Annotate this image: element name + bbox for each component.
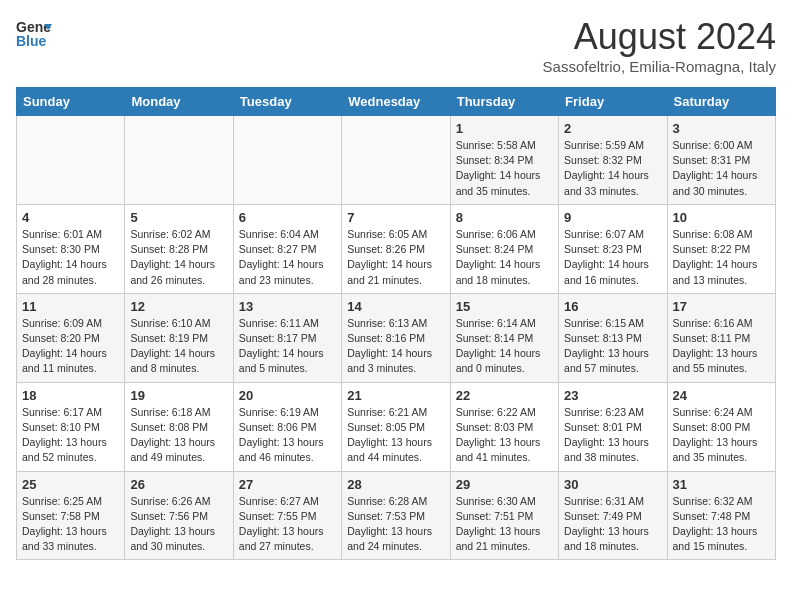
day-number: 28: [347, 477, 444, 492]
day-cell: 24Sunrise: 6:24 AM Sunset: 8:00 PM Dayli…: [667, 382, 775, 471]
day-cell: [342, 116, 450, 205]
day-number: 10: [673, 210, 770, 225]
day-info: Sunrise: 6:01 AM Sunset: 8:30 PM Dayligh…: [22, 227, 119, 288]
day-cell: 22Sunrise: 6:22 AM Sunset: 8:03 PM Dayli…: [450, 382, 558, 471]
day-info: Sunrise: 6:28 AM Sunset: 7:53 PM Dayligh…: [347, 494, 444, 555]
day-cell: 5Sunrise: 6:02 AM Sunset: 8:28 PM Daylig…: [125, 204, 233, 293]
day-info: Sunrise: 6:24 AM Sunset: 8:00 PM Dayligh…: [673, 405, 770, 466]
header: General Blue August 2024 Sassofeltrio, E…: [16, 16, 776, 75]
day-info: Sunrise: 6:32 AM Sunset: 7:48 PM Dayligh…: [673, 494, 770, 555]
day-cell: 21Sunrise: 6:21 AM Sunset: 8:05 PM Dayli…: [342, 382, 450, 471]
day-info: Sunrise: 6:31 AM Sunset: 7:49 PM Dayligh…: [564, 494, 661, 555]
day-number: 9: [564, 210, 661, 225]
day-info: Sunrise: 6:27 AM Sunset: 7:55 PM Dayligh…: [239, 494, 336, 555]
day-info: Sunrise: 6:02 AM Sunset: 8:28 PM Dayligh…: [130, 227, 227, 288]
day-number: 4: [22, 210, 119, 225]
day-number: 16: [564, 299, 661, 314]
day-info: Sunrise: 6:08 AM Sunset: 8:22 PM Dayligh…: [673, 227, 770, 288]
day-number: 21: [347, 388, 444, 403]
day-info: Sunrise: 6:19 AM Sunset: 8:06 PM Dayligh…: [239, 405, 336, 466]
day-cell: 9Sunrise: 6:07 AM Sunset: 8:23 PM Daylig…: [559, 204, 667, 293]
header-cell-monday: Monday: [125, 88, 233, 116]
day-number: 5: [130, 210, 227, 225]
day-info: Sunrise: 5:59 AM Sunset: 8:32 PM Dayligh…: [564, 138, 661, 199]
day-info: Sunrise: 6:15 AM Sunset: 8:13 PM Dayligh…: [564, 316, 661, 377]
day-number: 20: [239, 388, 336, 403]
day-cell: 10Sunrise: 6:08 AM Sunset: 8:22 PM Dayli…: [667, 204, 775, 293]
day-cell: 30Sunrise: 6:31 AM Sunset: 7:49 PM Dayli…: [559, 471, 667, 560]
calendar-body: 1Sunrise: 5:58 AM Sunset: 8:34 PM Daylig…: [17, 116, 776, 560]
day-info: Sunrise: 5:58 AM Sunset: 8:34 PM Dayligh…: [456, 138, 553, 199]
day-number: 2: [564, 121, 661, 136]
day-number: 14: [347, 299, 444, 314]
day-info: Sunrise: 6:30 AM Sunset: 7:51 PM Dayligh…: [456, 494, 553, 555]
day-number: 29: [456, 477, 553, 492]
day-number: 24: [673, 388, 770, 403]
day-cell: 12Sunrise: 6:10 AM Sunset: 8:19 PM Dayli…: [125, 293, 233, 382]
day-info: Sunrise: 6:25 AM Sunset: 7:58 PM Dayligh…: [22, 494, 119, 555]
header-cell-tuesday: Tuesday: [233, 88, 341, 116]
day-cell: 1Sunrise: 5:58 AM Sunset: 8:34 PM Daylig…: [450, 116, 558, 205]
day-cell: 11Sunrise: 6:09 AM Sunset: 8:20 PM Dayli…: [17, 293, 125, 382]
title-area: August 2024 Sassofeltrio, Emilia-Romagna…: [543, 16, 776, 75]
day-cell: 2Sunrise: 5:59 AM Sunset: 8:32 PM Daylig…: [559, 116, 667, 205]
day-number: 25: [22, 477, 119, 492]
day-cell: 31Sunrise: 6:32 AM Sunset: 7:48 PM Dayli…: [667, 471, 775, 560]
day-info: Sunrise: 6:18 AM Sunset: 8:08 PM Dayligh…: [130, 405, 227, 466]
header-cell-saturday: Saturday: [667, 88, 775, 116]
day-number: 30: [564, 477, 661, 492]
day-info: Sunrise: 6:06 AM Sunset: 8:24 PM Dayligh…: [456, 227, 553, 288]
day-cell: [125, 116, 233, 205]
day-cell: [17, 116, 125, 205]
day-cell: 29Sunrise: 6:30 AM Sunset: 7:51 PM Dayli…: [450, 471, 558, 560]
day-number: 23: [564, 388, 661, 403]
day-cell: 4Sunrise: 6:01 AM Sunset: 8:30 PM Daylig…: [17, 204, 125, 293]
day-number: 8: [456, 210, 553, 225]
day-cell: 20Sunrise: 6:19 AM Sunset: 8:06 PM Dayli…: [233, 382, 341, 471]
day-number: 31: [673, 477, 770, 492]
week-row-4: 18Sunrise: 6:17 AM Sunset: 8:10 PM Dayli…: [17, 382, 776, 471]
svg-text:Blue: Blue: [16, 33, 47, 49]
week-row-1: 1Sunrise: 5:58 AM Sunset: 8:34 PM Daylig…: [17, 116, 776, 205]
day-cell: 7Sunrise: 6:05 AM Sunset: 8:26 PM Daylig…: [342, 204, 450, 293]
header-cell-friday: Friday: [559, 88, 667, 116]
day-info: Sunrise: 6:26 AM Sunset: 7:56 PM Dayligh…: [130, 494, 227, 555]
day-cell: 8Sunrise: 6:06 AM Sunset: 8:24 PM Daylig…: [450, 204, 558, 293]
day-cell: 17Sunrise: 6:16 AM Sunset: 8:11 PM Dayli…: [667, 293, 775, 382]
calendar-table: SundayMondayTuesdayWednesdayThursdayFrid…: [16, 87, 776, 560]
day-number: 12: [130, 299, 227, 314]
day-cell: 19Sunrise: 6:18 AM Sunset: 8:08 PM Dayli…: [125, 382, 233, 471]
day-cell: 18Sunrise: 6:17 AM Sunset: 8:10 PM Dayli…: [17, 382, 125, 471]
logo-icon: General Blue: [16, 16, 52, 56]
day-number: 19: [130, 388, 227, 403]
day-info: Sunrise: 6:21 AM Sunset: 8:05 PM Dayligh…: [347, 405, 444, 466]
day-info: Sunrise: 6:14 AM Sunset: 8:14 PM Dayligh…: [456, 316, 553, 377]
calendar-subtitle: Sassofeltrio, Emilia-Romagna, Italy: [543, 58, 776, 75]
day-info: Sunrise: 6:07 AM Sunset: 8:23 PM Dayligh…: [564, 227, 661, 288]
day-info: Sunrise: 6:09 AM Sunset: 8:20 PM Dayligh…: [22, 316, 119, 377]
day-cell: 25Sunrise: 6:25 AM Sunset: 7:58 PM Dayli…: [17, 471, 125, 560]
day-info: Sunrise: 6:13 AM Sunset: 8:16 PM Dayligh…: [347, 316, 444, 377]
day-info: Sunrise: 6:17 AM Sunset: 8:10 PM Dayligh…: [22, 405, 119, 466]
day-info: Sunrise: 6:10 AM Sunset: 8:19 PM Dayligh…: [130, 316, 227, 377]
day-cell: 26Sunrise: 6:26 AM Sunset: 7:56 PM Dayli…: [125, 471, 233, 560]
header-cell-sunday: Sunday: [17, 88, 125, 116]
day-cell: 3Sunrise: 6:00 AM Sunset: 8:31 PM Daylig…: [667, 116, 775, 205]
day-cell: 15Sunrise: 6:14 AM Sunset: 8:14 PM Dayli…: [450, 293, 558, 382]
day-number: 26: [130, 477, 227, 492]
day-cell: 16Sunrise: 6:15 AM Sunset: 8:13 PM Dayli…: [559, 293, 667, 382]
day-cell: 28Sunrise: 6:28 AM Sunset: 7:53 PM Dayli…: [342, 471, 450, 560]
day-number: 7: [347, 210, 444, 225]
day-info: Sunrise: 6:22 AM Sunset: 8:03 PM Dayligh…: [456, 405, 553, 466]
calendar-header: SundayMondayTuesdayWednesdayThursdayFrid…: [17, 88, 776, 116]
week-row-5: 25Sunrise: 6:25 AM Sunset: 7:58 PM Dayli…: [17, 471, 776, 560]
day-number: 11: [22, 299, 119, 314]
day-info: Sunrise: 6:16 AM Sunset: 8:11 PM Dayligh…: [673, 316, 770, 377]
day-number: 1: [456, 121, 553, 136]
calendar-title: August 2024: [543, 16, 776, 58]
day-cell: 27Sunrise: 6:27 AM Sunset: 7:55 PM Dayli…: [233, 471, 341, 560]
header-cell-thursday: Thursday: [450, 88, 558, 116]
week-row-2: 4Sunrise: 6:01 AM Sunset: 8:30 PM Daylig…: [17, 204, 776, 293]
header-row: SundayMondayTuesdayWednesdayThursdayFrid…: [17, 88, 776, 116]
day-info: Sunrise: 6:00 AM Sunset: 8:31 PM Dayligh…: [673, 138, 770, 199]
